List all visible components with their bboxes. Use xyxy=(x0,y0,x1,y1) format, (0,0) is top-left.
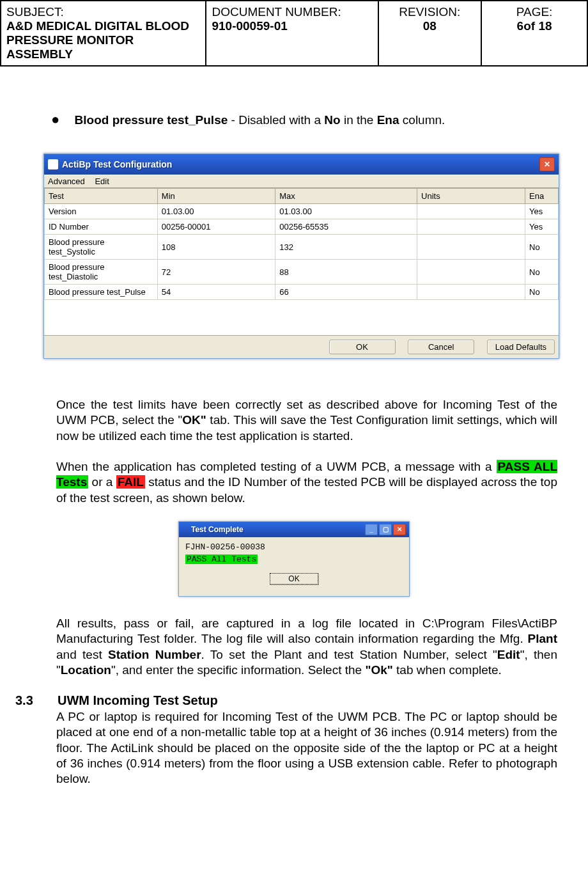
cell-units xyxy=(417,285,525,300)
cell-max: 66 xyxy=(275,285,417,300)
paragraph-log-file: All results, pass or fail, are captured … xyxy=(56,616,557,678)
cell-min: 72 xyxy=(157,260,275,285)
dialog2-body: FJHN-00256-00038 PASS All Tests OK xyxy=(179,537,409,596)
paragraph-pass-fail: When the application has completed testi… xyxy=(56,459,557,506)
minimize-icon[interactable]: _ xyxy=(365,524,378,535)
col-test[interactable]: Test xyxy=(45,189,158,204)
cell-test: Version xyxy=(45,204,158,219)
cell-min: 108 xyxy=(157,235,275,260)
menu-bar: Advanced Edit xyxy=(44,175,559,188)
config-table: Test Min Max Units Ena Version 01.03.00 … xyxy=(44,188,559,300)
cell-ena: Yes xyxy=(525,204,559,219)
load-defaults-button[interactable]: Load Defaults xyxy=(487,340,555,354)
page-value: 6of 18 xyxy=(487,19,582,33)
rev-label: REVISION: xyxy=(384,5,476,19)
bullet-ena: Ena xyxy=(377,113,399,127)
bullet-item: ● Blood pressure test_Pulse - Disabled w… xyxy=(51,111,575,128)
station-bold: Station Number xyxy=(108,648,201,661)
cell-max: 00256-65535 xyxy=(275,219,417,235)
table-row[interactable]: Blood pressure test_Systolic 108 132 No xyxy=(45,235,559,260)
ok-bold: OK" xyxy=(182,413,206,427)
cell-max: 132 xyxy=(275,235,417,260)
close-icon[interactable]: ✕ xyxy=(393,524,406,535)
cell-ena: Yes xyxy=(525,219,559,235)
fail-highlight: FAIL xyxy=(116,475,145,489)
cancel-button[interactable]: Cancel xyxy=(408,340,474,354)
close-icon[interactable]: ✕ xyxy=(539,157,555,171)
test-complete-dialog: Test Complete _ ▢ ✕ FJHN-00256-00038 PAS… xyxy=(178,521,410,597)
cell-ena: No xyxy=(525,285,559,300)
cell-test: Blood pressure test_Systolic xyxy=(45,235,158,260)
config-dialog: ActiBp Test Configuration ✕ Advanced Edi… xyxy=(43,153,559,359)
cell-test: Blood pressure test_Diastolic xyxy=(45,260,158,285)
table-row[interactable]: Blood pressure test_Pulse 54 66 No xyxy=(45,285,559,300)
cell-units xyxy=(417,219,525,235)
bullet-text3: column. xyxy=(399,113,445,127)
col-max[interactable]: Max xyxy=(275,189,417,204)
table-row[interactable]: ID Number 00256-00001 00256-65535 Yes xyxy=(45,219,559,235)
menu-advanced[interactable]: Advanced xyxy=(48,177,85,186)
section-body: A PC or laptop is required for Incoming … xyxy=(56,709,557,787)
app-icon xyxy=(182,525,191,534)
ok-bold2: "Ok" xyxy=(365,663,392,677)
col-ena[interactable]: Ena xyxy=(525,189,559,204)
bullet-bold1: Blood pressure test_Pulse xyxy=(75,113,228,127)
blank-area xyxy=(44,300,559,335)
subject-value: A&D MEDICAL DIGITAL BLOOD PRESSURE MONIT… xyxy=(6,19,200,61)
table-row[interactable]: Version 01.03.00 01.03.00 Yes xyxy=(45,204,559,219)
cell-test: ID Number xyxy=(45,219,158,235)
cell-units xyxy=(417,260,525,285)
paragraph-config-ok: Once the test limits have been correctly… xyxy=(56,397,557,444)
edit-bold: Edit xyxy=(497,648,520,661)
cell-min: 01.03.00 xyxy=(157,204,275,219)
page-label: PAGE: xyxy=(487,5,582,19)
location-bold: Location xyxy=(61,663,111,677)
doc-header-table: SUBJECT: A&D MEDICAL DIGITAL BLOOD PRESS… xyxy=(0,0,588,67)
cell-ena: No xyxy=(525,260,559,285)
dialog-button-row: OK Cancel Load Defaults xyxy=(44,335,559,358)
cell-min: 54 xyxy=(157,285,275,300)
section-number: 3.3 xyxy=(13,693,58,708)
bullet-text1: - Disabled with a xyxy=(228,113,324,127)
dialog2-ok-button[interactable]: OK xyxy=(270,573,318,585)
cell-max: 01.03.00 xyxy=(275,204,417,219)
section-title: UWM Incoming Test Setup xyxy=(58,693,218,708)
cell-test: Blood pressure test_Pulse xyxy=(45,285,158,300)
col-min[interactable]: Min xyxy=(157,189,275,204)
plant-bold: Plant xyxy=(528,632,557,645)
subject-label: SUBJECT: xyxy=(6,5,200,19)
cell-ena: No xyxy=(525,235,559,260)
dialog-title: ActiBp Test Configuration xyxy=(62,159,539,169)
cell-max: 88 xyxy=(275,260,417,285)
cell-units xyxy=(417,235,525,260)
section-heading: 3.3 UWM Incoming Test Setup xyxy=(13,693,562,708)
maximize-icon[interactable]: ▢ xyxy=(379,524,392,535)
docnum-label: DOCUMENT NUMBER: xyxy=(212,5,372,19)
table-row[interactable]: Blood pressure test_Diastolic 72 88 No xyxy=(45,260,559,285)
app-icon xyxy=(48,159,58,169)
bullet-text2: in the xyxy=(341,113,377,127)
rev-value: 08 xyxy=(384,19,476,33)
cell-units xyxy=(417,204,525,219)
id-number-text: FJHN-00256-00038 xyxy=(183,541,405,553)
dialog-titlebar[interactable]: ActiBp Test Configuration ✕ xyxy=(44,154,559,175)
dialog2-title: Test Complete xyxy=(191,525,364,534)
docnum-value: 910-00059-01 xyxy=(212,19,372,33)
cell-min: 00256-00001 xyxy=(157,219,275,235)
dialog2-titlebar[interactable]: Test Complete _ ▢ ✕ xyxy=(179,522,409,537)
menu-edit[interactable]: Edit xyxy=(95,177,109,186)
bullet-icon: ● xyxy=(51,111,59,127)
pass-all-tests-text: PASS All Tests xyxy=(185,554,258,564)
ok-button[interactable]: OK xyxy=(329,340,396,354)
col-units[interactable]: Units xyxy=(417,189,525,204)
bullet-no: No xyxy=(324,113,340,127)
